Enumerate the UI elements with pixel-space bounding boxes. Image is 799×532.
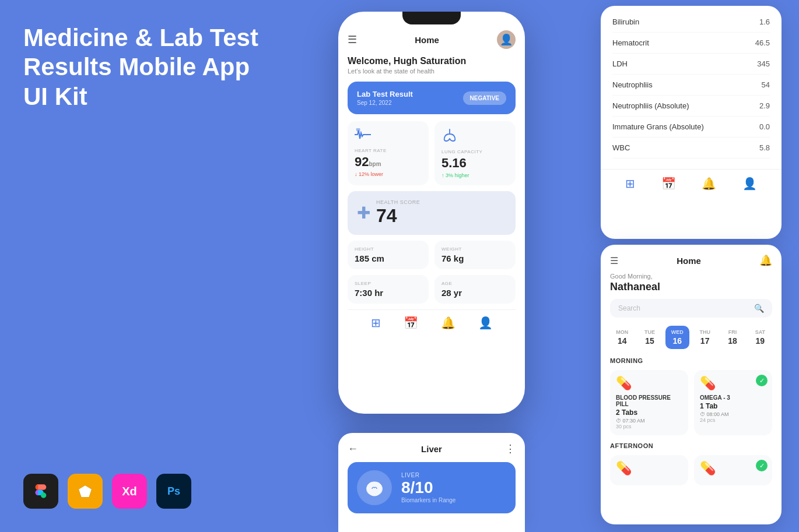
liver-score-sub: Biomarkers in Range bbox=[401, 497, 455, 503]
health-score-card: ✚ HEALTH SCORE 74 bbox=[348, 191, 516, 235]
welcome-greeting: Welcome, Hugh Saturation bbox=[348, 56, 516, 66]
liver-more-icon[interactable]: ⋮ bbox=[505, 442, 516, 455]
liver-score-label: LIVER bbox=[401, 472, 455, 478]
medicine-bell-icon[interactable]: 🔔 bbox=[759, 254, 772, 267]
lab-result-name: Bilirubin bbox=[612, 17, 639, 26]
omega3-dose: 1 Tab bbox=[700, 402, 766, 410]
cal-day-mon[interactable]: MON 14 bbox=[610, 326, 634, 349]
phone-header-title: Home bbox=[415, 35, 439, 45]
heart-rate-number: 92 bbox=[355, 154, 369, 169]
health-score-info: HEALTH SCORE 74 bbox=[376, 199, 420, 227]
lab-result-immature: Immature Grans (Absolute) 0.0 bbox=[612, 117, 770, 138]
lung-capacity-number: 5.16 bbox=[441, 156, 467, 170]
panel-nav-calendar-icon[interactable]: 📅 bbox=[661, 177, 676, 191]
lab-result-name: Immature Grans (Absolute) bbox=[612, 122, 704, 131]
cal-day-tue[interactable]: TUE 15 bbox=[637, 326, 661, 349]
medicine-panel-header: ☰ Home 🔔 bbox=[610, 254, 772, 267]
liver-header: ← Liver ⋮ bbox=[348, 442, 516, 455]
afternoon-card-1: 💊 bbox=[610, 455, 688, 485]
medicine-user-name: Nathaneal bbox=[610, 281, 772, 293]
liver-title: Liver bbox=[421, 444, 442, 454]
phone-bottom-nav: ⊞ 📅 🔔 👤 bbox=[348, 309, 516, 336]
panel-nav-bell-icon[interactable]: 🔔 bbox=[702, 177, 716, 191]
lab-result-neutrophliis: Neutrophliis 54 bbox=[612, 75, 770, 96]
metrics-row: HEART RATE 92bpm ↓ 12% lower LUNG CAPACI… bbox=[348, 121, 516, 185]
weight-value: 76 kg bbox=[441, 253, 509, 263]
hero-title: Medicine & Lab Test Results Mobile App U… bbox=[23, 23, 280, 111]
cal-day-sat[interactable]: SAT 19 bbox=[748, 326, 772, 349]
morning-medicine-cards: 💊 BLOOD PRESSURE PILL 2 Tabs ⏱ 07:30 AM … bbox=[610, 370, 772, 435]
panel-nav-profile-icon[interactable]: 👤 bbox=[742, 177, 757, 191]
lab-result-value: 1.6 bbox=[759, 17, 770, 26]
omega3-stock: 24 pcs bbox=[700, 417, 766, 423]
blood-pressure-icon: 💊 bbox=[616, 376, 682, 391]
xd-icon: Xd bbox=[112, 474, 147, 509]
lab-results-list: Bilirubin 1.6 Hematocrit 46.5 LDH 345 Ne… bbox=[601, 6, 782, 164]
nav-profile-icon[interactable]: 👤 bbox=[478, 316, 493, 330]
lab-result-name: WBC bbox=[612, 143, 630, 152]
lab-result-value: 345 bbox=[757, 59, 770, 68]
weight-label: WEIGHT bbox=[441, 246, 509, 252]
lung-capacity-change: ↑ 3% higher bbox=[441, 172, 509, 178]
sketch-icon bbox=[68, 474, 103, 509]
nav-home-icon[interactable]: ⊞ bbox=[371, 316, 381, 330]
phone-header: ☰ Home 👤 bbox=[348, 30, 516, 49]
nav-bell-icon[interactable]: 🔔 bbox=[441, 316, 455, 330]
medicine-search-bar[interactable]: Search 🔍 bbox=[610, 299, 772, 318]
cal-day-fri[interactable]: FRI 18 bbox=[720, 326, 744, 349]
nav-calendar-icon[interactable]: 📅 bbox=[404, 316, 418, 330]
lab-result-value: 46.5 bbox=[755, 38, 770, 47]
lab-result-ldh: LDH 345 bbox=[612, 54, 770, 75]
blood-pressure-dose: 2 Tabs bbox=[616, 408, 682, 417]
medicine-hamburger-icon[interactable]: ☰ bbox=[610, 255, 618, 266]
lab-card[interactable]: Lab Test Result Sep 12, 2022 NEGATIVE bbox=[348, 82, 516, 114]
omega3-card: ✓ 💊 OMEGA - 3 1 Tab ⏱ 08:00 AM 24 pcs bbox=[694, 370, 772, 435]
sleep-card: SLEEP 7:30 hr bbox=[348, 275, 429, 304]
lab-card-info: Lab Test Result Sep 12, 2022 bbox=[357, 90, 413, 106]
medicine-search-placeholder: Search bbox=[618, 304, 640, 312]
afternoon-section-label: AFTERNOON bbox=[610, 442, 772, 449]
heart-rate-icon bbox=[355, 128, 422, 145]
cal-day-thu[interactable]: THU 17 bbox=[693, 326, 717, 349]
heart-rate-unit: bpm bbox=[369, 161, 381, 167]
liver-back-icon[interactable]: ← bbox=[348, 443, 358, 455]
health-score-value: 74 bbox=[376, 205, 420, 227]
figma-icon bbox=[23, 474, 58, 509]
lab-result-name: Neutrophliis bbox=[612, 80, 653, 89]
lab-result-name: Neutrophliis (Absolute) bbox=[612, 101, 689, 110]
blood-pressure-time: ⏱ 07:30 AM bbox=[616, 418, 682, 424]
ps-icon: Ps bbox=[156, 474, 191, 509]
phone-screen: ☰ Home 👤 Welcome, Hugh Saturation Let's … bbox=[338, 24, 525, 341]
age-label: AGE bbox=[441, 281, 509, 286]
lab-result-value: 54 bbox=[762, 80, 770, 89]
health-cross-icon: ✚ bbox=[357, 203, 370, 223]
afternoon-icon-1: 💊 bbox=[616, 461, 682, 476]
heart-rate-label: HEART RATE bbox=[355, 148, 422, 153]
panel-bottom-nav: ⊞ 📅 🔔 👤 bbox=[601, 169, 782, 198]
lab-result-name: Hematocrit bbox=[612, 38, 649, 47]
height-card: HEIGHT 185 cm bbox=[348, 241, 429, 269]
lab-card-date: Sep 12, 2022 bbox=[357, 100, 413, 106]
liver-score-value: 8/10 bbox=[401, 478, 455, 497]
heart-rate-change: ↓ 12% lower bbox=[355, 171, 422, 177]
age-value: 28 yr bbox=[441, 288, 509, 298]
tool-icons-row: Xd Ps bbox=[23, 474, 191, 509]
user-avatar: 👤 bbox=[497, 30, 516, 49]
omega3-time: ⏱ 08:00 AM bbox=[700, 411, 766, 417]
lung-capacity-label: LUNG CAPACITY bbox=[441, 149, 509, 154]
lab-results-panel: Bilirubin 1.6 Hematocrit 46.5 LDH 345 Ne… bbox=[601, 6, 782, 239]
medicine-panel: ☰ Home 🔔 Good Morning, Nathaneal Search … bbox=[601, 245, 782, 524]
lab-result-name: LDH bbox=[612, 59, 628, 68]
age-card: AGE 28 yr bbox=[434, 275, 516, 304]
lab-result-badge: NEGATIVE bbox=[463, 91, 506, 105]
lab-result-value: 0.0 bbox=[759, 122, 770, 131]
panel-nav-home-icon[interactable]: ⊞ bbox=[625, 177, 635, 191]
sleep-label: SLEEP bbox=[355, 281, 422, 286]
main-phone: ☰ Home 👤 Welcome, Hugh Saturation Let's … bbox=[338, 12, 525, 414]
health-score-label: HEALTH SCORE bbox=[376, 199, 420, 205]
hamburger-icon[interactable]: ☰ bbox=[348, 33, 357, 46]
weight-card: WEIGHT 76 kg bbox=[434, 241, 516, 269]
cal-day-wed[interactable]: WED 16 bbox=[665, 326, 689, 349]
medicine-calendar: MON 14 TUE 15 WED 16 THU 17 FRI 18 SAT 1… bbox=[610, 326, 772, 349]
stats-grid: HEIGHT 185 cm WEIGHT 76 kg SLEEP 7:30 hr… bbox=[348, 241, 516, 304]
